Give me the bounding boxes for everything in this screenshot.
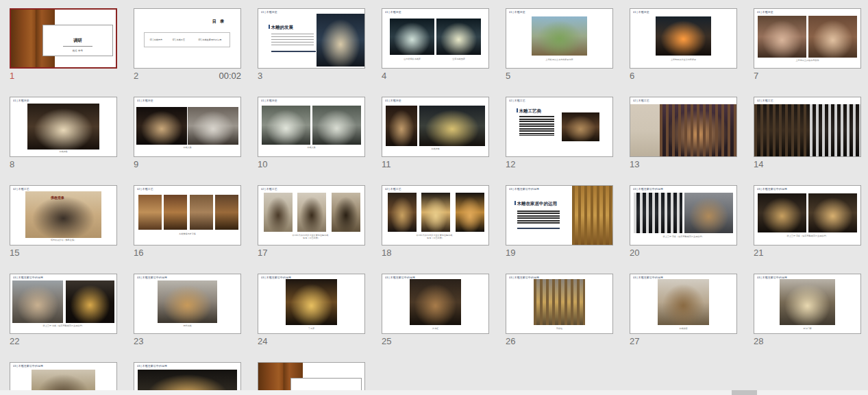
slide-thumbnail[interactable]: 01 | 木雕历史木雕人像 (258, 97, 365, 157)
slide-thumbnail[interactable]: 调研姓名 学号 (10, 8, 117, 69)
photo-placeholder (684, 193, 733, 232)
slide-cell: 02 | 木雕工艺木雕工艺类12 (506, 97, 613, 171)
slide-header-text: 03 | 木雕在家居中的运用 (137, 276, 167, 279)
slide-title: 木雕的发展 (271, 25, 294, 31)
slide-meta: 10 (258, 157, 365, 173)
photo-placeholder (534, 279, 584, 325)
slide-thumbnail[interactable]: 01 | 木雕历史上海崧泽出土木构件复原场景 (506, 8, 613, 69)
slide-cell: 01 | 木雕历史木雕人像9 (134, 97, 241, 171)
slide-thumbnail[interactable]: 03 | 木雕在家居中的运用花板组 (506, 274, 613, 334)
photo-caption-line: 上海崧泽出土木构件复原场景 (526, 58, 592, 61)
slide-meta: 21 (754, 246, 861, 261)
slide-number: 6 (630, 71, 634, 81)
photo-caption: 楼上三厅·花板（保存完整雕花及主题纹样） (774, 235, 840, 237)
slide-thumbnail[interactable]: 02 | 木雕工艺木雕佛像与罗汉像 (134, 185, 241, 246)
slide-header-text: 03 | 木雕在家居中的运用 (13, 276, 43, 279)
slide-header-text: 03 | 木雕在家居中的运用 (633, 276, 663, 279)
horizontal-scrollbar[interactable] (0, 390, 868, 395)
slide-title: 木雕在家居中的运用 (517, 201, 558, 207)
slide-meta: 3 (258, 69, 365, 84)
slide-timing: 00:02 (219, 71, 241, 81)
photo-placeholder (532, 16, 587, 56)
slide-cell: 03 | 木雕在家居中的运用花板组26 (506, 274, 613, 348)
slide-cell: 02 | 木雕工艺14 (754, 97, 861, 171)
slide-meta: 28 (754, 334, 861, 350)
slide-cell: 03 | 木雕在家居中的运用楼上三厅·花板（保存完整雕花及主题纹样）21 (754, 185, 861, 259)
title-bullet-icon (514, 201, 517, 205)
photo-caption: 月洞门罩 (774, 327, 840, 330)
photo-placeholder (410, 279, 460, 325)
photo-caption-line: 木雕神龛 (402, 147, 468, 150)
slide-thumbnail[interactable]: 01 | 木雕历史上海先民木作生活场景复原 (630, 8, 737, 69)
slide-thumbnail[interactable]: 03 | 木雕在家居中的运用大衣柜 (382, 274, 489, 334)
slide-header-text: 03 | 木雕在家居中的运用 (385, 276, 415, 279)
photo-caption: 木雕人像 (278, 146, 344, 149)
slide-thumbnail[interactable]: 03 | 木雕在家居中的运用千工床 (258, 274, 365, 334)
slide-header-text: 01 | 木雕历史 (633, 10, 649, 14)
photo-caption-line: 上海先民木作生活场景复原 (650, 58, 716, 61)
slide-thumbnail[interactable]: 03 | 木雕在家居中的运用楼上三厅·花板（保存完整雕花及主题纹样） (630, 185, 737, 246)
slide-title: 调研 (43, 38, 112, 44)
slide-thumbnail[interactable]: 01 | 木雕历史木雕的发展 (258, 8, 365, 69)
slide-meta: 1 (10, 69, 117, 84)
slide-thumbnail[interactable]: 01 | 木雕历史山水楼阁纹木雕床金漆木雕围床 (382, 8, 489, 69)
slide-thumbnail[interactable]: 02 | 木雕工艺佛教造像馆内展品介绍（佛教造像） (10, 185, 117, 246)
slide-meta: 14 (754, 157, 861, 173)
photo-placeholder (388, 193, 417, 232)
slide-meta: 6 (630, 69, 737, 84)
slide-number: 22 (10, 336, 19, 346)
slide-header-text: 03 | 木雕在家居中的运用 (509, 276, 539, 279)
slide-thumbnail[interactable]: 01 | 木雕历史上海市出土的独木舟残件 (754, 8, 861, 69)
slide-meta: 22 (10, 334, 117, 350)
photo-placeholder (27, 104, 99, 149)
slide-thumbnail[interactable]: 02 | 木雕工艺不同时代不同材质及图案奇特造型木雕，体现（工艺精美） (258, 185, 365, 246)
slide-thumbnail[interactable]: 02 | 木雕工艺木雕工艺类 (506, 97, 613, 157)
slide-cell: 03 | 木雕在家居中的运用楼上三厅·木雕（保存完整雕花及主题纹样）22 (10, 274, 117, 348)
photo-caption: 楼上三厅·木雕（保存完整雕花及主题纹样） (30, 324, 96, 327)
slide-title: 木雕工艺类 (519, 108, 542, 115)
slide-thumbnail[interactable]: 03 | 木雕在家居中的运用潮州木雕 (134, 274, 241, 334)
photo-caption-line: 木雕人像 (154, 146, 220, 149)
slide-number: 24 (258, 336, 267, 346)
photo-caption-line: 木雕饼模 (650, 327, 716, 330)
photo-caption: 馆内展品介绍（佛教造像） (30, 239, 96, 241)
slide-header-text: 03 | 木雕在家居中的运用 (757, 187, 787, 191)
slide-thumbnail[interactable]: 02 | 木雕工艺不同时代不同材质及图案奇特造型木雕，体现（工艺精美） (382, 185, 489, 246)
slide-thumbnail[interactable]: 02 | 木雕工艺 (630, 97, 737, 157)
slide-cell: 01 | 木雕历史上海崧泽出土木构件复原场景5 (506, 8, 613, 82)
photo-caption-line: 金漆木雕围床 (445, 58, 472, 60)
slide-thumbnail[interactable]: 目 录01 | 木雕历史02 | 木雕工艺03 | 木雕在家居中的运用 (134, 8, 241, 69)
photo-placeholder (658, 279, 708, 325)
slide-thumbnail[interactable]: 03 | 木雕在家居中的运用楼上三厅·木雕（保存完整雕花及主题纹样） (10, 274, 117, 334)
slide-number: 19 (506, 248, 515, 258)
photo-caption: 花板组 (526, 327, 592, 330)
photo-caption: 木雕神龛 (402, 147, 468, 150)
toc-title: 目 录 (212, 19, 226, 25)
slide-thumbnail[interactable]: 03 | 木雕在家居中的运用木雕在家居中的运用 (506, 185, 613, 246)
slide-meta: 8 (10, 157, 117, 173)
photo-placeholder (456, 193, 484, 232)
slide-meta: 5 (506, 69, 613, 84)
photo-caption-line: 上海市出土的独木舟残件 (774, 59, 840, 62)
slide-cell: 03 | 木雕在家居中的运用月洞门罩28 (754, 274, 861, 348)
slide-thumbnail[interactable]: 03 | 木雕在家居中的运用月洞门罩 (754, 274, 861, 334)
slide-thumbnail[interactable]: 01 | 木雕历史木雕人像 (134, 97, 241, 157)
photo-placeholder (754, 104, 810, 156)
slide-thumbnail[interactable]: 03 | 木雕在家居中的运用木雕饼模 (630, 274, 737, 334)
photo-placeholder (562, 112, 600, 141)
slide-thumbnail[interactable]: 01 | 木雕历史木雕神像 (10, 97, 117, 157)
photo-caption: 金漆木雕围床 (445, 58, 472, 60)
title-bullet-icon (269, 25, 271, 29)
title-bullet-icon (517, 108, 519, 112)
slide-header-text: 02 | 木雕工艺 (13, 187, 29, 191)
photo-caption: 不同时代不同材质及图案奇特造型木雕，体现（工艺精美） (402, 234, 468, 239)
toc-box: 01 | 木雕历史02 | 木雕工艺03 | 木雕在家居中的运用 (144, 32, 230, 48)
slide-meta: 7 (754, 69, 861, 84)
slide-thumbnail[interactable]: 02 | 木雕工艺 (754, 97, 861, 157)
slide-meta: 16 (134, 246, 241, 261)
slide-number: 25 (382, 336, 391, 346)
slide-thumbnail[interactable]: 01 | 木雕历史木雕神龛 (382, 97, 489, 157)
scrollbar-thumb[interactable] (732, 390, 757, 395)
slide-thumbnail[interactable]: 03 | 木雕在家居中的运用楼上三厅·花板（保存完整雕花及主题纹样） (754, 185, 861, 246)
slide-cell: 01 | 木雕历史上海市出土的独木舟残件7 (754, 8, 861, 82)
